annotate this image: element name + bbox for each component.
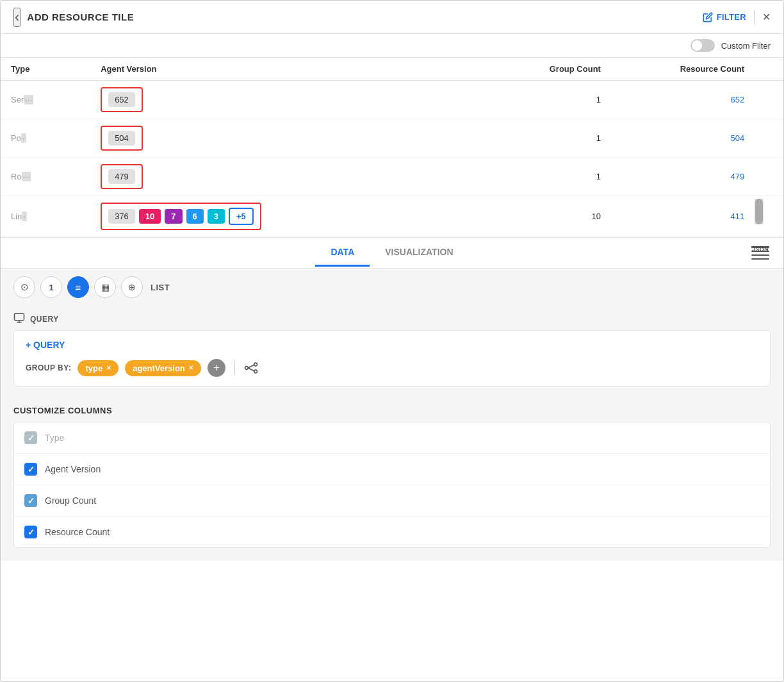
col-label-type: Type — [45, 433, 64, 443]
query-title: QUERY — [30, 315, 59, 324]
badge-504[interactable]: 504 — [108, 131, 135, 146]
add-tag-icon: + — [213, 363, 219, 373]
cell-resource-count[interactable]: 504 — [611, 119, 755, 158]
cell-agent-version: 652 — [90, 81, 468, 119]
back-icon: ‹ — [15, 9, 19, 26]
group-by-label: GROUP BY: — [26, 363, 71, 372]
close-button[interactable]: ✕ — [762, 11, 771, 23]
col-label-group-count: Group Count — [45, 495, 96, 506]
custom-filter-row: Custom Filter — [1, 34, 783, 58]
view-btn-single[interactable]: 1 — [40, 276, 62, 298]
badge-479[interactable]: 479 — [108, 169, 135, 184]
filter-tags-button[interactable] — [244, 362, 258, 374]
tag-type-remove[interactable]: × — [106, 363, 111, 372]
add-tag-button[interactable]: + — [208, 359, 225, 377]
tab-visualization[interactable]: VISUALIZATION — [370, 239, 468, 267]
table-row: Ro··· 479 1 479 — [1, 158, 783, 196]
tag-agent-version-label: agentVersion — [133, 363, 185, 373]
chart-icon: ▦ — [101, 282, 110, 292]
svg-point-5 — [254, 370, 257, 373]
table-row: Lin· 376 10 7 6 3 +5 10 411 — [1, 196, 783, 237]
col-header-agent-version: Agent Version — [90, 58, 468, 81]
badge-3[interactable]: 3 — [208, 209, 225, 224]
list-icon: ≡ — [76, 282, 81, 293]
header-divider — [754, 10, 755, 24]
add-query-label: + QUERY — [26, 340, 65, 350]
table-row: Ser··· 652 1 652 — [1, 81, 783, 119]
col-header-resource-count: Resource Count — [611, 58, 755, 81]
badge-376[interactable]: 376 — [108, 209, 135, 224]
cell-resource-count[interactable]: 411 — [611, 196, 755, 237]
number-icon: 1 — [49, 283, 53, 292]
add-query-button[interactable]: + QUERY — [26, 340, 758, 350]
tag-agent-version[interactable]: agentVersion × — [125, 360, 201, 376]
cell-resource-count[interactable]: 652 — [611, 81, 755, 119]
customize-columns-section: CUSTOMIZE COLUMNS ✓ Type ✓ Agent Version… — [1, 397, 783, 561]
view-btn-globe[interactable]: ⊕ — [121, 276, 143, 298]
badge-7[interactable]: 7 — [165, 209, 182, 224]
back-button[interactable]: ‹ — [13, 8, 20, 27]
view-controls: ⊙ 1 ≡ ▦ ⊕ LIST — [1, 269, 783, 306]
json-button[interactable]: JSON — [750, 244, 771, 262]
customize-columns-title: CUSTOMIZE COLUMNS — [13, 397, 771, 422]
checkbox-agent-version[interactable]: ✓ — [24, 463, 37, 476]
view-mode-label: LIST — [151, 283, 170, 292]
view-btn-list[interactable]: ≡ — [67, 276, 89, 298]
columns-box: ✓ Type ✓ Agent Version ✓ Group Count — [13, 422, 771, 548]
query-section: QUERY + QUERY GROUP BY: type × agentVers… — [1, 306, 783, 397]
column-row-group-count: ✓ Group Count — [14, 485, 770, 517]
column-row-type: ✓ Type — [14, 422, 770, 454]
scroll-cell — [755, 119, 783, 158]
column-row-agent-version: ✓ Agent Version — [14, 454, 770, 485]
tab-data[interactable]: DATA — [315, 239, 370, 267]
view-btn-chart[interactable]: ▦ — [94, 276, 116, 298]
json-icon: JSON — [750, 244, 771, 262]
badge-plus5[interactable]: +5 — [229, 208, 254, 225]
resource-table: Type Agent Version Group Count Resource … — [1, 58, 783, 237]
query-section-header: QUERY — [13, 306, 771, 330]
scrollbar-thumb[interactable] — [755, 199, 763, 224]
toggle-knob — [692, 40, 702, 51]
custom-filter-label: Custom Filter — [721, 41, 771, 51]
svg-line-7 — [248, 368, 254, 371]
col-label-agent-version: Agent Version — [45, 464, 101, 474]
tag-type[interactable]: type × — [78, 360, 118, 376]
checkbox-type: ✓ — [24, 431, 37, 444]
tag-type-label: type — [85, 363, 102, 373]
query-section-icon — [13, 312, 25, 326]
cell-group-count: 1 — [468, 158, 611, 196]
checkbox-resource-count[interactable]: ✓ — [24, 526, 37, 538]
cell-agent-version: 504 — [90, 119, 468, 158]
checkbox-group-count[interactable]: ✓ — [24, 494, 37, 507]
cell-group-count: 1 — [468, 119, 611, 158]
tag-agent-version-remove[interactable]: × — [189, 363, 193, 372]
cell-agent-version-multi: 376 10 7 6 3 +5 — [90, 196, 468, 237]
col-header-scroll — [755, 58, 783, 81]
group-by-row: GROUP BY: type × agentVersion × + — [26, 359, 758, 377]
data-table-container: Type Agent Version Group Count Resource … — [1, 58, 783, 238]
col-header-type: Type — [1, 58, 90, 81]
badge-10[interactable]: 10 — [139, 209, 161, 224]
tabs-row: DATA VISUALIZATION JSON — [1, 238, 783, 269]
column-row-resource-count: ✓ Resource Count — [14, 517, 770, 547]
cell-resource-count[interactable]: 479 — [611, 158, 755, 196]
target-icon: ⊙ — [20, 281, 29, 293]
badge-6[interactable]: 6 — [186, 209, 204, 224]
filter-icon — [703, 12, 713, 22]
filter-button[interactable]: FILTER — [703, 12, 746, 22]
cell-type: Ro··· — [1, 158, 90, 196]
cell-group-count: 10 — [468, 196, 611, 237]
badge-652[interactable]: 652 — [108, 92, 135, 107]
globe-icon: ⊕ — [128, 282, 136, 292]
query-box: + QUERY GROUP BY: type × agentVersion × … — [13, 330, 771, 387]
checkbox-agent-version-check: ✓ — [28, 465, 35, 474]
view-btn-target[interactable]: ⊙ — [13, 276, 35, 298]
checkbox-group-count-check: ✓ — [28, 496, 35, 506]
svg-rect-0 — [15, 313, 24, 320]
checkbox-resource-count-check: ✓ — [28, 528, 35, 537]
custom-filter-toggle[interactable] — [690, 39, 715, 52]
checkbox-type-check: ✓ — [28, 433, 35, 443]
col-header-group-count: Group Count — [468, 58, 611, 81]
connections-icon — [244, 362, 258, 374]
svg-point-4 — [254, 363, 257, 366]
